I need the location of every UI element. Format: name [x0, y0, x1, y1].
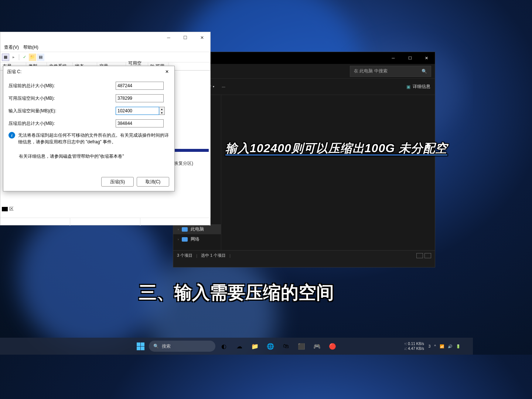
shrink-button[interactable]: 压缩(S): [101, 177, 134, 187]
store-icon[interactable]: 🛍: [279, 339, 293, 353]
details-button[interactable]: ▣详细信息: [406, 83, 430, 90]
explorer-icon[interactable]: 📁: [248, 339, 262, 353]
task-view-icon[interactable]: ◐: [217, 339, 231, 353]
app-icon[interactable]: ⬛: [294, 339, 308, 353]
chevron-right-icon: ›: [178, 238, 179, 241]
explorer-search-input[interactable]: 在 此电脑 中搜索 🔍: [350, 66, 431, 77]
wifi-icon[interactable]: 📶: [440, 344, 444, 348]
toolbar-icon[interactable]: ✓: [21, 54, 28, 61]
grid-view-icon[interactable]: [424, 253, 431, 258]
chevron-right-icon: ›: [178, 228, 179, 231]
tray-badge: 3: [429, 344, 431, 348]
minimize-button[interactable]: ─: [385, 52, 402, 64]
info-icon: i: [8, 132, 15, 139]
maximize-button[interactable]: ☐: [177, 32, 194, 43]
dm-titlebar: ─ ☐ ✕: [0, 32, 210, 43]
shrink-titlebar: 压缩 C: ✕: [3, 66, 174, 77]
dm-menubar: 查看(V) 帮助(H): [0, 43, 210, 52]
network-icon: [182, 237, 188, 242]
close-button[interactable]: ✕: [160, 66, 174, 77]
search-icon: 🔍: [422, 69, 427, 74]
volume-icon[interactable]: 🔊: [448, 344, 452, 348]
chevron-up-icon[interactable]: ^: [434, 344, 436, 348]
toolbar-icon[interactable]: ▦: [2, 54, 9, 61]
shrink-amount-label: 输入压缩空间量(MB)(E):: [8, 108, 116, 114]
annotation-step: 三、输入需要压缩的空间: [0, 281, 473, 304]
spin-down-button[interactable]: ▼: [159, 111, 164, 115]
shrink-help-link: 有关详细信息，请参阅磁盘管理帮助中的"收缩基本卷": [8, 153, 169, 160]
explorer-toolbar: 排序▾ ☰ 查看▾ ··· ▣详细信息: [173, 79, 435, 95]
app-icon[interactable]: 🎮: [310, 339, 324, 353]
search-icon: 🔍: [153, 344, 159, 349]
available-shrink-value: 378299: [116, 94, 164, 102]
total-size-before-value: 487244: [116, 82, 164, 90]
toolbar-icon[interactable]: ▤: [37, 54, 44, 61]
edge-icon[interactable]: 🌐: [263, 339, 277, 353]
app-icon[interactable]: 🔴: [325, 339, 340, 353]
spin-up-button[interactable]: ▲: [159, 107, 164, 111]
start-button[interactable]: [133, 339, 147, 353]
taskbar: 🔍 搜索 ◐ ☁ 📁 🌐 🛍 ⬛ 🎮 🔴 ↑: 0.11 KB/s ↓: 4.4…: [0, 338, 473, 355]
close-button[interactable]: ✕: [194, 32, 210, 43]
menu-help[interactable]: 帮助(H): [21, 44, 41, 51]
taskbar-app-icon[interactable]: ☁: [232, 339, 246, 353]
recovery-partition-label: 恢复分区): [174, 160, 193, 167]
dm-toolbar: ▦ ▸ ✓ 📁 ▤: [0, 52, 210, 62]
item-count: 3 个项目: [177, 253, 192, 258]
explorer-body: › 此电脑 › 网络: [173, 95, 435, 250]
partition-graphic[interactable]: [174, 149, 209, 152]
maximize-button[interactable]: ☐: [402, 52, 418, 64]
shrink-info-text: 无法将卷压缩到超出任何不可移动的文件所在的点。有关完成该操作时间的详细信息，请参…: [18, 132, 169, 145]
cancel-button[interactable]: 取消(C): [137, 177, 169, 187]
toolbar-icon[interactable]: ▸: [10, 54, 17, 61]
dm-statusbar: [0, 218, 210, 226]
nav-this-pc[interactable]: › 此电脑: [173, 224, 221, 234]
menu-view[interactable]: 查看(V): [2, 44, 21, 51]
explorer-address-row: 在 此电脑 中搜索 🔍: [173, 64, 435, 79]
shrink-amount-input[interactable]: [116, 107, 159, 115]
windows-logo-icon: [137, 342, 144, 350]
explorer-titlebar: ─ ☐ ✕: [173, 52, 435, 64]
shrink-title-text: 压缩 C:: [7, 69, 21, 75]
battery-icon[interactable]: 🔋: [456, 344, 460, 348]
minimize-button[interactable]: ─: [160, 32, 177, 43]
system-tray[interactable]: 3 ^ 📶 🔊 🔋: [426, 344, 463, 348]
total-size-after-value: 384844: [116, 119, 164, 127]
close-button[interactable]: ✕: [418, 52, 435, 64]
search-placeholder: 在 此电脑 中搜索: [354, 68, 388, 74]
more-button[interactable]: ···: [222, 84, 225, 89]
total-size-after-label: 压缩后的总计大小(MB):: [8, 120, 116, 127]
pc-icon: [182, 227, 188, 232]
annotation-tip: 输入102400则可以压缩出100G 未分配空: [225, 140, 447, 157]
list-view-icon[interactable]: [416, 253, 423, 258]
shrink-amount-spinner[interactable]: ▲ ▼: [116, 107, 165, 115]
total-size-before-label: 压缩前的总计大小(MB):: [8, 83, 116, 89]
shrink-volume-dialog: 压缩 C: ✕ 压缩前的总计大小(MB): 487244 可用压缩空间大小(MB…: [3, 66, 175, 191]
taskbar-search[interactable]: 🔍 搜索: [149, 341, 215, 352]
unallocated-legend: 区: [2, 206, 14, 212]
toolbar-icon[interactable]: 📁: [29, 54, 36, 61]
selected-count: 选中 1 个项目: [201, 253, 226, 258]
explorer-statusbar: 3 个项目 | 选中 1 个项目 |: [173, 250, 435, 260]
available-shrink-label: 可用压缩空间大小(MB):: [8, 95, 116, 102]
file-explorer-window: ─ ☐ ✕ 在 此电脑 中搜索 🔍 排序▾ ☰ 查看▾ ··· ▣详细信息 › …: [173, 52, 435, 267]
network-speed: ↑: 0.11 KB/s ↓: 4.47 KB/s: [404, 341, 424, 351]
nav-network[interactable]: › 网络: [173, 234, 221, 244]
